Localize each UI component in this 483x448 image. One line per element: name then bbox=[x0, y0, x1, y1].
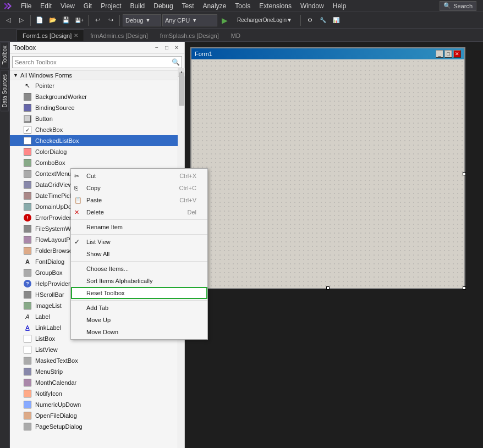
delete-icon: ✕ bbox=[74, 209, 79, 216]
backgroundworker-icon bbox=[23, 92, 32, 101]
menu-analyze[interactable]: Analyze bbox=[199, 0, 231, 12]
menu-test[interactable]: Test bbox=[178, 0, 199, 12]
ctx-chooseitems[interactable]: Choose Items... bbox=[71, 263, 207, 275]
toolbox-item-button[interactable]: Button bbox=[10, 113, 184, 124]
search-toolbar-box[interactable]: 🔍 Search bbox=[440, 1, 476, 11]
menustrip-icon bbox=[23, 367, 32, 376]
ctx-sortalpha[interactable]: Sort Items Alphabetically bbox=[71, 275, 207, 287]
toolbox-item-numericupdown[interactable]: NumericUpDown bbox=[10, 399, 184, 410]
tab-frmsplash-design[interactable]: frmSplash.cs [Design] bbox=[154, 29, 225, 41]
maskedtextbox-icon bbox=[23, 356, 32, 365]
toolbar-redo-btn[interactable]: ↪ bbox=[105, 14, 117, 26]
tab-form1-close[interactable]: ✕ bbox=[74, 32, 78, 38]
side-label-toolbox[interactable]: Toolbox bbox=[1, 42, 9, 68]
toolbox-item-menustrip[interactable]: MenuStrip bbox=[10, 366, 184, 377]
numericupdown-icon bbox=[23, 400, 32, 409]
toolbox-close-btn[interactable]: ✕ bbox=[172, 43, 181, 52]
toolbox-item-bindingsource[interactable]: BindingSource bbox=[10, 102, 184, 113]
toolbar-saveall-btn[interactable]: 💾+ bbox=[73, 14, 85, 26]
toolbox-item-backgroundworker[interactable]: BackgroundWorker bbox=[10, 91, 184, 102]
tab-frmadmin-design[interactable]: frmAdmin.cs [Design] bbox=[84, 29, 154, 41]
resize-handle-middleright[interactable] bbox=[463, 172, 466, 175]
toolbox-group-all-windows-forms[interactable]: ▼ All Windows Forms bbox=[10, 71, 184, 80]
toolbox-search-icon[interactable]: 🔍 bbox=[172, 58, 180, 66]
toolbar-open-btn[interactable]: 📂 bbox=[47, 14, 59, 26]
menu-help[interactable]: Help bbox=[328, 0, 351, 12]
toolbox-pin-btn[interactable]: − bbox=[152, 43, 161, 52]
flowlayoutpanel-icon bbox=[23, 235, 32, 244]
toolbar-misc-2[interactable]: 🔧 bbox=[317, 14, 329, 26]
menu-git[interactable]: Git bbox=[79, 0, 96, 12]
toolbox-item-pagesetupdialog[interactable]: PageSetupDialog bbox=[10, 421, 184, 432]
form-minimize-btn[interactable]: _ bbox=[436, 50, 443, 58]
ctx-reset-toolbox[interactable]: Reset Toolbox bbox=[71, 287, 207, 299]
toolbox-item-checkedlistbox[interactable]: CheckedListBox bbox=[10, 135, 184, 146]
menu-edit[interactable]: Edit bbox=[36, 0, 56, 12]
form-title-buttons: _ □ ✕ bbox=[436, 50, 461, 58]
ctx-copy[interactable]: ⎘ Copy Ctrl+C bbox=[71, 182, 207, 194]
fontdialog-icon: A bbox=[23, 257, 32, 266]
pagesetupdialog-icon bbox=[23, 422, 32, 431]
toolbox-item-openfiledialog[interactable]: OpenFileDialog bbox=[10, 410, 184, 421]
ctx-addtab[interactable]: Add Tab bbox=[71, 302, 207, 314]
form-body[interactable] bbox=[191, 59, 464, 288]
form-maximize-btn[interactable]: □ bbox=[444, 50, 452, 58]
menu-file[interactable]: File bbox=[17, 0, 36, 12]
side-label-datasources[interactable]: Data Sources bbox=[1, 70, 9, 112]
play-btn[interactable]: ▶ bbox=[218, 14, 230, 26]
errorprovider-icon: ! bbox=[23, 213, 32, 222]
menu-build[interactable]: Build bbox=[126, 0, 150, 12]
ctx-showall[interactable]: Show All bbox=[71, 248, 207, 260]
ctx-paste[interactable]: 📋 Paste Ctrl+V bbox=[71, 194, 207, 206]
toolbox-item-notifyicon[interactable]: NotifyIcon bbox=[10, 388, 184, 399]
resize-handle-bottomright[interactable] bbox=[463, 286, 466, 290]
label-icon: A bbox=[23, 312, 32, 321]
menu-view[interactable]: View bbox=[56, 0, 79, 12]
toolbar-save-btn[interactable]: 💾 bbox=[60, 14, 72, 26]
ctx-cut[interactable]: ✂ Cut Ctrl+X bbox=[71, 170, 207, 182]
notifyicon-icon bbox=[23, 389, 32, 398]
cpu-dropdown[interactable]: Any CPU ▼ bbox=[162, 14, 217, 26]
checkbox-icon: ✓ bbox=[23, 125, 32, 134]
toolbar-undo-btn[interactable]: ↩ bbox=[91, 14, 103, 26]
menu-extensions[interactable]: Extensions bbox=[255, 0, 296, 12]
toolbox-item-checkbox[interactable]: ✓ CheckBox bbox=[10, 124, 184, 135]
toolbox-header: Toolbox − □ ✕ bbox=[10, 42, 184, 54]
ctx-moveup[interactable]: Move Up bbox=[71, 314, 207, 326]
toolbar-back-btn[interactable]: ◁ bbox=[2, 14, 14, 26]
tab-md[interactable]: MD bbox=[225, 29, 246, 41]
tab-form1-design[interactable]: Form1.cs [Design] ✕ bbox=[17, 29, 84, 41]
toolbox-item-combobox[interactable]: ComboBox bbox=[10, 157, 184, 168]
toolbox-item-pointer[interactable]: ↖ Pointer bbox=[10, 80, 184, 91]
toolbox-item-monthcalendar[interactable]: MonthCalendar bbox=[10, 377, 184, 388]
toolbox-item-colordialog[interactable]: ColorDialog bbox=[10, 146, 184, 157]
toolbox-item-maskedtextbox[interactable]: MaskedTextBox bbox=[10, 355, 184, 366]
copy-icon: ⎘ bbox=[74, 185, 78, 191]
form-titlebar: Form1 _ □ ✕ bbox=[191, 48, 464, 59]
toolbox-panel: Toolbox − □ ✕ 🔍 ▼ All Windows Forms ↖ bbox=[10, 42, 185, 448]
toolbar-misc-1[interactable]: ⚙ bbox=[304, 14, 316, 26]
toolbox-search-input[interactable] bbox=[12, 56, 182, 68]
toolbox-item-listview[interactable]: ListView bbox=[10, 344, 184, 355]
resize-handle-bottommiddle[interactable] bbox=[326, 286, 330, 290]
toolbar-misc-3[interactable]: 📊 bbox=[330, 14, 342, 26]
menu-debug[interactable]: Debug bbox=[149, 0, 177, 12]
menu-project[interactable]: Project bbox=[96, 0, 125, 12]
debug-mode-dropdown[interactable]: Debug ▼ bbox=[123, 14, 161, 26]
ctx-listview[interactable]: ✓ List View bbox=[71, 236, 207, 248]
toolbox-float-btn[interactable]: □ bbox=[162, 43, 171, 52]
menu-tools[interactable]: Tools bbox=[230, 0, 255, 12]
project-dropdown[interactable]: RechargerOneLogin▼ bbox=[232, 14, 298, 26]
ctx-rename[interactable]: Rename Item bbox=[71, 221, 207, 233]
form-close-btn[interactable]: ✕ bbox=[453, 50, 461, 58]
menu-window[interactable]: Window bbox=[296, 0, 328, 12]
monthcalendar-icon bbox=[23, 378, 32, 387]
ctx-movedown[interactable]: Move Down bbox=[71, 326, 207, 338]
context-menu: ✂ Cut Ctrl+X ⎘ Copy Ctrl+C 📋 Paste Ctrl+… bbox=[70, 168, 208, 340]
toolbar-new-btn[interactable]: 📄 bbox=[34, 14, 46, 26]
ctx-delete[interactable]: ✕ Delete Del bbox=[71, 206, 207, 218]
scrollbar-thumb[interactable] bbox=[179, 73, 184, 106]
ctx-sep-3 bbox=[71, 261, 207, 262]
toolbar-forward-btn[interactable]: ▷ bbox=[15, 14, 28, 26]
bindingsource-icon bbox=[23, 103, 32, 112]
